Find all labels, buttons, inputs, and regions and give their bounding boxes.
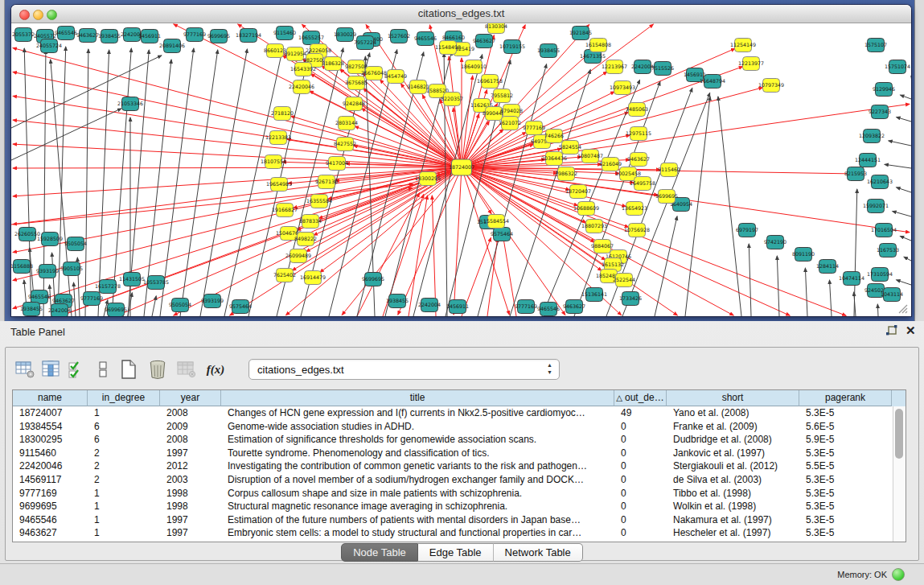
graph-node[interactable]: 10797349 <box>758 79 784 93</box>
close-panel-icon[interactable]: ✕ <box>906 323 916 338</box>
graph-node[interactable]: 16210643 <box>867 175 893 189</box>
graph-edge[interactable] <box>900 95 911 99</box>
graph-node[interactable]: 1456911 <box>138 30 161 43</box>
graph-node[interactable]: 2055372 <box>12 28 35 42</box>
graph-node[interactable]: 1167533 <box>877 244 899 257</box>
graph-edge[interactable] <box>749 244 751 316</box>
graph-node[interactable]: 10719155 <box>499 40 525 54</box>
graph-node[interactable]: 2242004 <box>418 299 441 312</box>
graph-node[interactable]: 8215953 <box>844 167 867 181</box>
graph-node[interactable]: 13654923 <box>622 202 647 216</box>
insert-column-icon[interactable] <box>39 357 64 381</box>
graph-node[interactable]: 6794028 <box>500 105 523 118</box>
select-rows-icon[interactable] <box>65 357 89 381</box>
graph-node[interactable]: 8498222 <box>294 233 317 246</box>
graph-node[interactable]: 12444151 <box>855 154 881 167</box>
float-panel-icon[interactable] <box>885 324 899 339</box>
delete-table-icon[interactable] <box>146 357 170 381</box>
table-row[interactable]: 1456911722003Disruption of a novel membe… <box>13 473 893 487</box>
graph-node[interactable]: 8091190 <box>792 248 815 262</box>
graph-node[interactable]: 10688609 <box>573 202 599 216</box>
graph-node[interactable]: 9465546 <box>55 27 77 40</box>
graph-node[interactable]: 10655257 <box>298 31 324 45</box>
graph-node[interactable]: 18640910 <box>461 60 487 74</box>
column-header-pagerank[interactable]: pagerank <box>799 390 892 406</box>
graph-node[interactable]: 9699695 <box>207 30 230 43</box>
tab-node-table[interactable]: Node Table <box>341 543 418 562</box>
tab-network-table[interactable]: Network Table <box>494 543 583 562</box>
graph-node[interactable]: 2803144 <box>335 117 358 130</box>
graph-edge[interactable] <box>877 304 878 316</box>
network-view-window[interactable]: citations_edges.txt 20553722405572946554… <box>11 5 911 316</box>
graph-node[interactable]: 10756928 <box>624 224 650 237</box>
graph-edge[interactable] <box>98 50 109 316</box>
graph-node[interactable]: 3675685 <box>345 76 368 90</box>
graph-node[interactable]: 6216049 <box>599 158 622 171</box>
graph-edge[interactable] <box>13 144 462 167</box>
graph-node[interactable]: 6979197 <box>736 224 758 237</box>
graph-edge[interactable] <box>13 120 462 167</box>
table-row[interactable]: 1830029562008Estimation of significance … <box>13 433 893 447</box>
graph-node[interactable]: 9699695 <box>655 190 678 204</box>
graph-node[interactable]: 9742190 <box>764 236 786 249</box>
graph-node[interactable]: 9575464 <box>229 300 252 314</box>
graph-node[interactable]: 2242004 <box>48 304 71 317</box>
table-header-row[interactable]: namein_degreeyeartitle△out_de…shortpager… <box>13 390 906 406</box>
table-row[interactable]: 946554611997Estimation of the future num… <box>13 513 893 527</box>
column-header-out_de[interactable]: △out_de… <box>614 390 667 406</box>
tab-edge-table[interactable]: Edge Table <box>418 543 494 562</box>
graph-node[interactable]: 9463627 <box>473 35 495 48</box>
column-header-short[interactable]: short <box>667 390 799 406</box>
row-height-icon[interactable] <box>91 357 115 381</box>
graph-node[interactable]: 9463627 <box>563 300 585 314</box>
graph-edge[interactable] <box>897 187 911 192</box>
graph-node[interactable]: 9393199 <box>36 265 59 278</box>
graph-node[interactable]: 1938455 <box>98 30 121 43</box>
graph-edge[interactable] <box>24 48 31 316</box>
graph-node[interactable]: 9465546 <box>414 32 437 46</box>
graph-node[interactable]: 1938455 <box>20 303 43 316</box>
graph-node[interactable]: 9242848 <box>343 97 365 111</box>
vertical-scrollbar[interactable] <box>893 406 906 542</box>
graph-node[interactable]: 1043114 <box>881 288 903 302</box>
graph-node[interactable]: 15136141 <box>581 288 607 302</box>
graph-edge[interactable] <box>60 187 413 316</box>
graph-node[interactable]: 1621072 <box>499 117 521 130</box>
graph-edge[interactable] <box>904 257 911 261</box>
graph-node[interactable]: 8660123 <box>264 44 286 58</box>
graph-node[interactable]: 9267130 <box>315 175 338 189</box>
column-header-in_degree[interactable]: in_degree <box>88 390 160 406</box>
window-titlebar[interactable]: citations_edges.txt <box>11 5 911 23</box>
table-panel-titlebar[interactable]: Table Panel ✕ <box>0 321 924 342</box>
network-canvas[interactable]: 2055372240557294655462405572494636271938… <box>11 23 911 316</box>
graph-node[interactable]: 15751074 <box>885 60 910 74</box>
graph-node[interactable]: 15992071 <box>863 200 889 213</box>
graph-edge[interactable] <box>893 211 911 216</box>
graph-node[interactable]: 2242004 <box>631 60 654 74</box>
function-builder-icon[interactable]: f(x) <box>203 357 228 381</box>
graph-node[interactable]: 18720407 <box>565 185 591 199</box>
graph-edge[interactable] <box>13 72 462 167</box>
graph-node[interactable]: 7515526 <box>651 62 674 76</box>
graph-node[interactable]: 9699695 <box>105 303 127 317</box>
graph-node[interactable]: 8220357 <box>441 93 463 106</box>
graph-node[interactable]: 9463627 <box>76 29 99 43</box>
graph-node[interactable]: 9129946 <box>873 83 895 97</box>
graph-edge[interactable] <box>462 76 473 167</box>
graph-node[interactable]: 8427552 <box>334 138 356 151</box>
table-row[interactable]: 977716911998Corpus callosum shape and si… <box>13 487 893 501</box>
table-row[interactable]: 1872400712008Changes of HCN gene express… <box>13 406 893 420</box>
graph-edge[interactable] <box>885 164 911 168</box>
graph-node[interactable]: 7955812 <box>491 89 513 103</box>
graph-edge[interactable] <box>11 56 162 128</box>
memory-ok-indicator[interactable] <box>892 568 905 581</box>
graph-node[interactable]: 7485063 <box>626 103 648 117</box>
graph-edge[interactable] <box>13 167 462 225</box>
graph-edge[interactable] <box>152 296 156 316</box>
graph-edge[interactable] <box>829 280 832 316</box>
column-header-name[interactable]: name <box>13 390 88 406</box>
graph-node[interactable]: 11431505 <box>119 273 145 286</box>
graph-edge[interactable] <box>655 216 677 316</box>
graph-node[interactable]: 1921845 <box>569 27 592 40</box>
graph-node[interactable]: 1456911 <box>446 300 469 314</box>
